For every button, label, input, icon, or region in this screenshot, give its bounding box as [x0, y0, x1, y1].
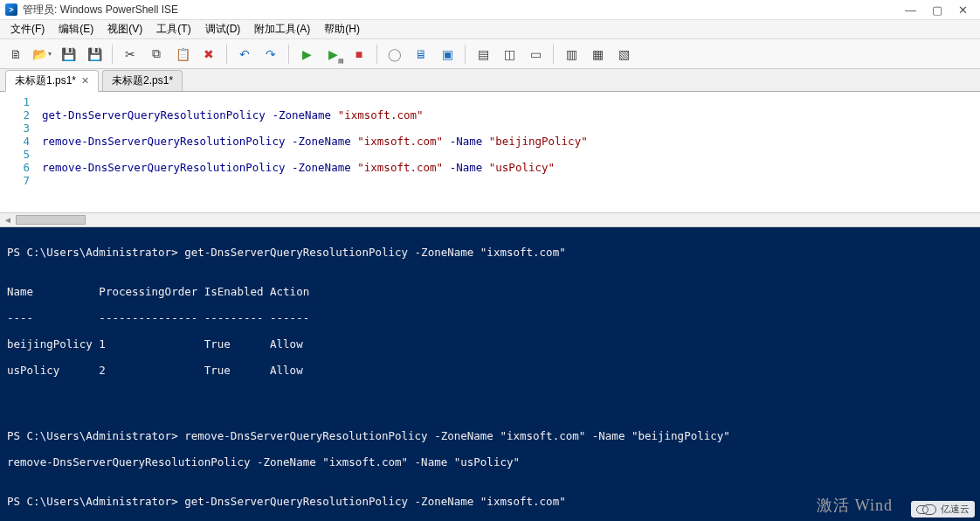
- command-addon-icon[interactable]: ▦: [587, 44, 608, 65]
- line-number: 6: [3, 161, 30, 174]
- copy-icon[interactable]: ⧉: [146, 44, 167, 65]
- editor-gutter: 1 2 3 4 5 6 7: [0, 92, 37, 212]
- code-token: -Name: [450, 161, 483, 174]
- footer-logo-text: 亿速云: [941, 503, 970, 516]
- code-token: -Name: [450, 135, 483, 148]
- start-ps-icon[interactable]: ▣: [437, 44, 458, 65]
- new-icon[interactable]: 🗎: [5, 44, 26, 65]
- line-number: 4: [3, 135, 30, 148]
- tab-label: 未标题2.ps1*: [112, 73, 173, 88]
- code-token: "ixmsoft.com": [357, 135, 443, 148]
- snippets-icon[interactable]: ▧: [613, 44, 634, 65]
- minimize-button[interactable]: —: [905, 3, 916, 17]
- layout-script-top-icon[interactable]: ▤: [473, 44, 493, 65]
- stop-icon[interactable]: ■: [349, 44, 369, 65]
- scroll-left-icon[interactable]: ◄: [3, 215, 12, 225]
- console-line: remove-DnsServerQueryResolutionPolicy -Z…: [7, 455, 973, 469]
- code-token: -ZoneName: [272, 108, 331, 122]
- command-pane-icon[interactable]: ▥: [561, 44, 582, 65]
- menu-help[interactable]: 帮助(H): [317, 20, 367, 38]
- toolbar-separator: [112, 45, 113, 64]
- code-token: "beijingPolicy": [489, 135, 588, 148]
- code-token: get-DnsServerQueryResolutionPolicy: [42, 108, 266, 122]
- app-icon: >: [5, 3, 17, 16]
- line-number: 7: [3, 174, 30, 187]
- toolbar: 🗎 📂 💾 💾 ✂ ⧉ 📋 ✖ ↶ ↷ ▶ ▶▤ ■ ◯ 🖥 ▣ ▤ ◫ ▭ ▥…: [0, 39, 980, 69]
- scrollbar-thumb[interactable]: [16, 215, 86, 225]
- code-token: "ixmsoft.com": [338, 108, 424, 122]
- layout-side-icon[interactable]: ◫: [499, 44, 520, 65]
- cut-icon[interactable]: ✂: [120, 44, 141, 65]
- console-line: usPolicy 2 True Allow: [7, 364, 973, 377]
- code-token: "ixmsoft.com": [357, 161, 443, 174]
- tab-close-icon[interactable]: ✕: [81, 75, 89, 87]
- tab-untitled1[interactable]: 未标题1.ps1* ✕: [5, 70, 99, 92]
- console-line: Name ProcessingOrder IsEnabled Action: [7, 285, 973, 298]
- tab-label: 未标题1.ps1*: [15, 73, 76, 88]
- console-line: PS C:\Users\Administrator> remove-DnsSer…: [7, 429, 973, 442]
- code-token: "usPolicy": [489, 161, 555, 174]
- menu-addons[interactable]: 附加工具(A): [247, 20, 317, 38]
- console-line: PS C:\Users\Administrator> get-DnsServer…: [7, 246, 973, 259]
- activation-watermark: 激活 Wind: [817, 495, 893, 516]
- code-token: -ZoneName: [292, 135, 351, 148]
- line-number: 5: [3, 148, 30, 161]
- close-button[interactable]: ✕: [958, 3, 968, 17]
- layout-maximize-icon[interactable]: ▭: [525, 44, 546, 65]
- code-token: remove-DnsServerQueryResolutionPolicy: [42, 161, 285, 174]
- console-line: ---- --------------- --------- ------: [7, 311, 973, 324]
- editor-tabstrip: 未标题1.ps1* ✕ 未标题2.ps1*: [0, 69, 980, 92]
- toolbar-separator: [288, 45, 289, 64]
- maximize-button[interactable]: ▢: [932, 3, 942, 17]
- paste-icon[interactable]: 📋: [172, 44, 193, 65]
- console-line: beijingPolicy 1 True Allow: [7, 337, 973, 351]
- undo-icon[interactable]: ↶: [234, 44, 255, 65]
- line-number: 3: [3, 122, 30, 135]
- run-selection-icon[interactable]: ▶▤: [322, 44, 343, 65]
- line-number: 1: [3, 95, 30, 108]
- code-token: remove-DnsServerQueryResolutionPolicy: [42, 135, 285, 148]
- toolbar-separator: [553, 45, 554, 64]
- script-editor[interactable]: 1 2 3 4 5 6 7 get-DnsServerQueryResoluti…: [0, 92, 980, 212]
- menu-debug[interactable]: 调试(D): [198, 20, 248, 38]
- footer-logo: 亿速云: [911, 501, 975, 518]
- code-token: -ZoneName: [292, 161, 351, 174]
- menu-bar: 文件(F) 编辑(E) 视图(V) 工具(T) 调试(D) 附加工具(A) 帮助…: [0, 20, 980, 39]
- menu-tools[interactable]: 工具(T): [149, 20, 197, 38]
- breakpoint-icon[interactable]: ◯: [384, 44, 405, 65]
- menu-edit[interactable]: 编辑(E): [52, 20, 100, 38]
- line-number: 2: [3, 108, 30, 122]
- menu-file[interactable]: 文件(F): [3, 20, 52, 38]
- toolbar-separator: [465, 45, 466, 64]
- window-controls: — ▢ ✕: [905, 3, 975, 17]
- menu-view[interactable]: 视图(V): [100, 20, 149, 38]
- clear-icon[interactable]: ✖: [198, 44, 219, 65]
- toolbar-separator: [226, 45, 227, 64]
- redo-icon[interactable]: ↷: [260, 44, 281, 65]
- window-title: 管理员: Windows PowerShell ISE: [23, 3, 905, 17]
- window-titlebar: > 管理员: Windows PowerShell ISE — ▢ ✕: [0, 0, 980, 20]
- editor-code[interactable]: get-DnsServerQueryResolutionPolicy -Zone…: [37, 92, 980, 212]
- new-remote-icon[interactable]: 🖥: [411, 44, 431, 65]
- toolbar-separator: [376, 45, 377, 64]
- editor-scrollbar[interactable]: ◄: [0, 212, 980, 227]
- save-icon[interactable]: 💾: [58, 44, 79, 65]
- tab-untitled2[interactable]: 未标题2.ps1*: [102, 70, 183, 91]
- save-all-icon[interactable]: 💾: [84, 44, 105, 65]
- logo-icon: [916, 505, 928, 514]
- open-icon[interactable]: 📂: [31, 44, 52, 65]
- console-pane[interactable]: PS C:\Users\Administrator> get-DnsServer…: [0, 227, 980, 521]
- run-icon[interactable]: ▶: [296, 44, 317, 65]
